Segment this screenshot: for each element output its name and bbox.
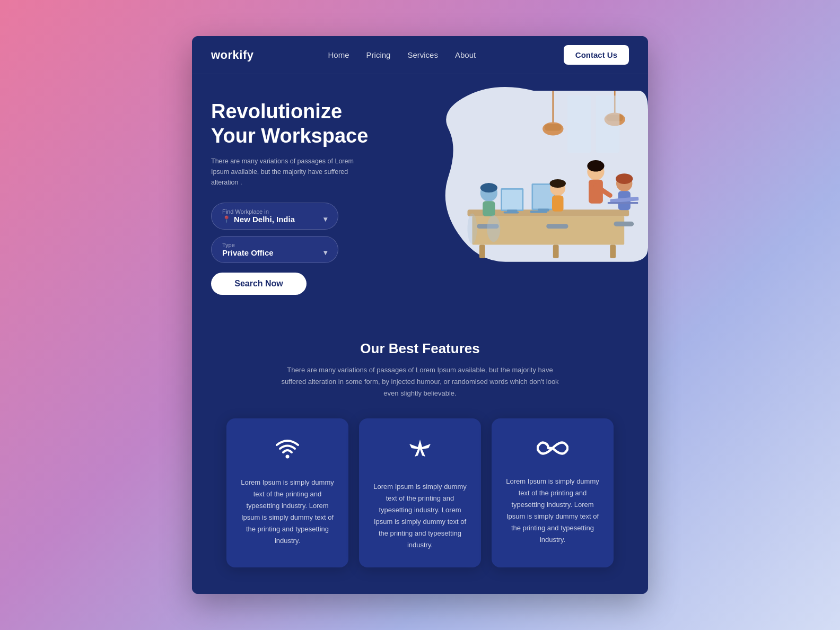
svg-rect-36 xyxy=(614,222,634,226)
svg-point-37 xyxy=(487,216,500,242)
features-title: Our Best Features xyxy=(211,340,629,357)
hero-subtitle: There are many variations of passages of… xyxy=(211,156,360,188)
infinity-icon xyxy=(537,438,568,463)
plane-icon xyxy=(407,438,433,468)
feature-text-plane: Lorem Ipsum is simply dummy text of the … xyxy=(372,481,468,552)
svg-rect-2 xyxy=(545,124,562,131)
hero-title: Revolutionize Your Workspace xyxy=(211,100,391,148)
svg-rect-35 xyxy=(546,224,568,229)
svg-rect-20 xyxy=(483,202,495,217)
nav-about[interactable]: About xyxy=(455,50,476,59)
svg-rect-18 xyxy=(504,212,519,214)
feature-text-infinity: Lorem Ipsum is simply dummy text of the … xyxy=(504,476,601,546)
nav-services[interactable]: Services xyxy=(407,50,438,59)
svg-rect-8 xyxy=(479,245,485,258)
svg-point-24 xyxy=(550,179,566,188)
svg-rect-10 xyxy=(610,245,616,258)
nav-pricing[interactable]: Pricing xyxy=(366,50,391,59)
nav-links: Home Pricing Services About xyxy=(328,50,564,59)
features-subtitle: There are many variations of passages of… xyxy=(277,364,563,399)
svg-point-41 xyxy=(286,454,290,458)
feature-card-plane: Lorem Ipsum is simply dummy text of the … xyxy=(359,418,481,567)
search-form: Find Workplace in 📍 New Delhi, India ▾ N… xyxy=(211,203,391,295)
svg-rect-14 xyxy=(530,211,547,213)
contact-button[interactable]: Contact Us xyxy=(564,45,629,65)
svg-rect-23 xyxy=(552,196,564,212)
svg-rect-33 xyxy=(608,202,638,204)
svg-rect-9 xyxy=(553,245,559,258)
wifi-icon xyxy=(274,438,301,464)
feature-card-wifi: Lorem Ipsum is simply dummy text of the … xyxy=(226,418,348,567)
feature-card-infinity: Lorem Ipsum is simply dummy text of the … xyxy=(492,418,614,567)
svg-rect-39 xyxy=(567,96,591,153)
navbar: workify Home Pricing Services About Cont… xyxy=(192,36,648,74)
hero-blob-svg xyxy=(410,74,648,269)
search-button[interactable]: Search Now xyxy=(211,273,307,295)
nav-home[interactable]: Home xyxy=(328,50,349,59)
hero-section: Revolutionize Your Workspace There are m… xyxy=(192,74,648,313)
feature-text-wifi: Lorem Ipsum is simply dummy text of the … xyxy=(239,477,336,547)
brand-logo: workify xyxy=(211,48,254,62)
location-dropdown-wrapper[interactable]: Find Workplace in 📍 New Delhi, India ▾ N… xyxy=(211,203,338,230)
hero-left: Revolutionize Your Workspace There are m… xyxy=(211,100,391,294)
features-section: Our Best Features There are many variati… xyxy=(192,314,648,594)
svg-point-38 xyxy=(468,214,477,244)
page-wrapper: workify Home Pricing Services About Cont… xyxy=(192,36,648,593)
svg-point-21 xyxy=(480,183,497,193)
svg-point-27 xyxy=(587,161,604,172)
svg-rect-16 xyxy=(502,190,522,210)
svg-rect-40 xyxy=(596,96,619,153)
type-dropdown-wrapper[interactable]: Type Private Office ▾ Private Office Co-… xyxy=(211,236,338,263)
svg-point-31 xyxy=(616,174,633,185)
hero-illustration xyxy=(391,100,629,294)
features-cards: Lorem Ipsum is simply dummy text of the … xyxy=(211,418,629,567)
